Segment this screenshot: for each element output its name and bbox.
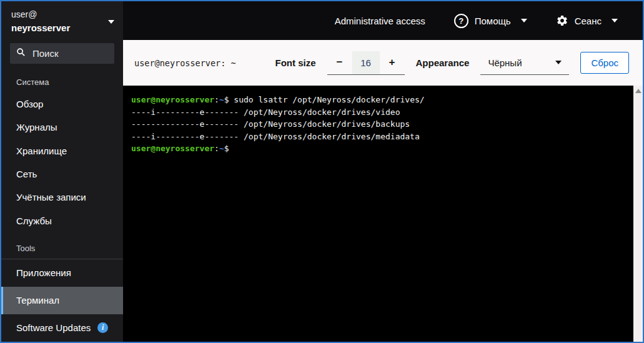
font-size-decrease-button[interactable]: − (327, 51, 352, 74)
prompt-path: ~ (219, 95, 224, 104)
terminal-session-title: user@neyrosserver: ~ (134, 58, 236, 68)
terminal-pane: user@neyrosserver:~$ sudo lsattr /opt/Ne… (123, 86, 643, 342)
host-name: neyrosserver (11, 22, 113, 34)
terminal-scrollbar[interactable] (633, 86, 643, 342)
appearance-label: Appearance (416, 57, 470, 68)
terminal-line: user@neyrosserver:~$ (131, 142, 633, 155)
sidebar-item-label: Software Updates (16, 322, 91, 333)
chevron-down-icon (612, 19, 618, 22)
sidebar-search (10, 43, 114, 64)
admin-access-indicator[interactable]: Administrative access (335, 16, 425, 26)
gear-icon (556, 14, 568, 27)
session-menu-label: Сеанс (575, 16, 602, 26)
cockpit-window: user@ neyrosserver Система Обзор Журналы… (0, 0, 644, 343)
sidebar: user@ neyrosserver Система Обзор Журналы… (1, 1, 123, 342)
terminal-line: --------------e------- /opt/Neyross/dock… (131, 118, 633, 131)
terminal-toolbar: user@neyrosserver: ~ Font size − + Appea… (123, 40, 643, 86)
reset-button[interactable]: Сброс (580, 52, 629, 74)
sidebar-item-networking[interactable]: Сеть (1, 162, 123, 186)
prompt-user: user@neyrosserver (131, 95, 214, 104)
font-size-stepper: − + (327, 51, 405, 75)
terminal-line: user@neyrosserver:~$ sudo lsattr /opt/Ne… (131, 94, 633, 106)
sidebar-item-overview[interactable]: Обзор (1, 92, 123, 116)
terminal-line: ----i---------e------- /opt/Neyross/dock… (131, 131, 633, 143)
search-icon (16, 47, 26, 59)
search-input[interactable] (31, 47, 108, 59)
chevron-down-icon (108, 20, 114, 24)
sidebar-item-software-updates[interactable]: Software Updates i (1, 314, 123, 342)
chevron-down-icon (521, 19, 527, 22)
font-size-label: Font size (275, 57, 316, 68)
host-switcher[interactable]: user@ neyrosserver (1, 1, 123, 38)
session-menu[interactable]: Сеанс (556, 14, 618, 27)
question-circle-icon: ? (454, 14, 468, 28)
main-area: Administrative access ? Помощь Сеанс use… (123, 1, 643, 342)
prompt-path: ~ (219, 144, 224, 153)
terminal-line: ----i---------e------- /opt/Neyross/dock… (131, 106, 633, 119)
help-menu-label: Помощь (475, 16, 511, 26)
sidebar-item-accounts[interactable]: Учётные записи (1, 186, 123, 209)
host-user: user@ (11, 9, 113, 20)
help-menu[interactable]: ? Помощь (454, 14, 527, 28)
scroll-up-icon[interactable] (635, 89, 642, 93)
terminal-screen[interactable]: user@neyrosserver:~$ sudo lsattr /opt/Ne… (123, 86, 633, 342)
info-icon[interactable]: i (97, 322, 108, 333)
sidebar-item-storage[interactable]: Хранилище (1, 139, 123, 162)
nav-section-tools: Tools (1, 232, 123, 259)
sidebar-item-services[interactable]: Службы (1, 209, 123, 232)
sidebar-item-applications[interactable]: Приложения (1, 259, 123, 287)
tools-group: Приложения Терминал Software Updates i (1, 259, 123, 342)
nav-section-system: Система (1, 66, 123, 92)
sidebar-nav: Система Обзор Журналы Хранилище Сеть Учё… (1, 66, 123, 342)
masthead: Administrative access ? Помощь Сеанс (123, 1, 643, 40)
font-size-value-input[interactable] (352, 51, 380, 74)
appearance-selected-value: Чёрный (488, 57, 522, 68)
prompt-user: user@neyrosserver (131, 144, 214, 153)
sidebar-item-terminal[interactable]: Терминал (1, 287, 123, 314)
chevron-down-icon (555, 61, 562, 64)
appearance-select[interactable]: Чёрный (480, 51, 569, 75)
sidebar-item-logs[interactable]: Журналы (1, 116, 123, 139)
font-size-increase-button[interactable]: + (380, 51, 405, 74)
terminal-command: sudo lsattr /opt/Neyross/docker/drives/ (229, 95, 425, 104)
